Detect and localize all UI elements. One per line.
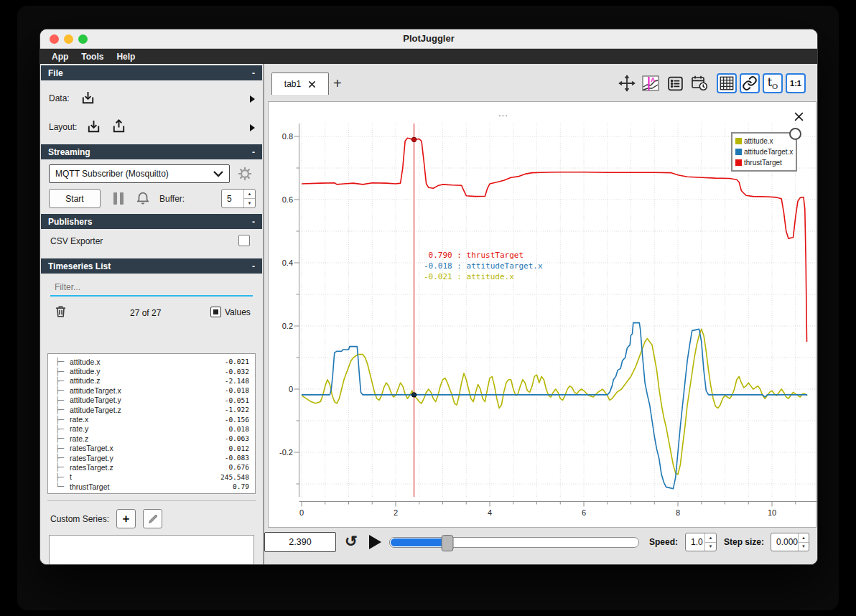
series-name[interactable]: thrustTarget	[70, 482, 233, 491]
legend-item[interactable]: attitude.x	[735, 136, 793, 146]
menu-help[interactable]: Help	[111, 50, 141, 63]
list-item[interactable]: ├─ratesTarget.y-0.083	[51, 453, 252, 462]
buffer-down-icon[interactable]: ▼	[244, 199, 255, 207]
streaming-section-header[interactable]: Streaming -	[41, 144, 262, 159]
file-collapse-button[interactable]: -	[252, 68, 255, 78]
values-checkbox[interactable]	[210, 307, 221, 317]
series-attitudeTarget.x	[302, 323, 807, 489]
list-item[interactable]: ├─t245.548	[51, 472, 252, 482]
series-name[interactable]: t	[70, 472, 220, 481]
list-item[interactable]: ├─rate.x-0.156	[51, 414, 252, 424]
list-item[interactable]: ├─ratesTarget.z0.676	[51, 462, 252, 472]
list-item[interactable]: ├─attitude.x-0.021	[51, 357, 252, 366]
layout-expand-arrow[interactable]	[250, 124, 255, 131]
pan-zoom-button[interactable]	[617, 73, 637, 93]
series-name[interactable]: ratesTarget.x	[70, 444, 228, 452]
grid-layout-button[interactable]	[717, 73, 737, 93]
close-icon	[794, 111, 804, 122]
streaming-settings-gear-icon[interactable]	[237, 166, 253, 182]
sidebar-divider	[47, 500, 256, 501]
publishers-section-header[interactable]: Publishers -	[41, 214, 262, 229]
tracker-readout-line: -0.018 : attitudeTarget.x	[424, 261, 543, 271]
add-custom-series-button[interactable]: +	[116, 509, 136, 528]
speed-up-icon[interactable]: ▲	[705, 533, 716, 543]
legend-handle[interactable]	[789, 128, 801, 140]
menu-app[interactable]: App	[46, 50, 74, 63]
buffer-spinbox[interactable]: 5 ▲▼	[221, 189, 256, 208]
slider-handle[interactable]	[441, 535, 453, 551]
current-time-value: 2.390	[289, 537, 311, 547]
notifications-bell-icon[interactable]	[135, 190, 151, 206]
list-item[interactable]: ├─attitudeTarget.z-1.922	[51, 405, 252, 414]
curve-list-button[interactable]	[665, 73, 685, 93]
step-size-label: Step size:	[724, 537, 764, 547]
timeline-slider[interactable]	[389, 537, 639, 548]
series-name[interactable]: rate.y	[70, 424, 228, 433]
list-item[interactable]: ├─attitude.z-2.148	[51, 376, 252, 386]
loop-icon[interactable]: ↺	[345, 533, 358, 550]
list-item[interactable]: ├─attitudeTarget.x-0.018	[51, 386, 252, 395]
series-name[interactable]: attitudeTarget.x	[70, 386, 225, 395]
filter-input[interactable]	[50, 279, 253, 297]
step-down-icon[interactable]: ▼	[799, 543, 809, 551]
series-name[interactable]: ratesTarget.y	[70, 454, 225, 462]
current-time-box[interactable]: 2.390	[264, 532, 336, 552]
plot-canvas[interactable]: 02468100.80.60.40.20-0.2	[272, 123, 818, 520]
tree-branch: ├─	[51, 406, 70, 414]
delete-series-trash-icon[interactable]	[53, 304, 68, 319]
svg-text:-0.2: -0.2	[279, 448, 293, 457]
step-size-spinbox[interactable]: 0.000 ▲▼	[771, 533, 809, 551]
values-toggle[interactable]: Values	[210, 307, 251, 317]
ratio-button[interactable]: 1:1	[786, 73, 806, 93]
tab-close-icon[interactable]	[308, 80, 316, 88]
start-button[interactable]: Start	[49, 189, 101, 208]
plot-title-dots[interactable]: ...	[498, 108, 508, 118]
menu-tools[interactable]: Tools	[75, 50, 109, 63]
custom-series-list[interactable]	[49, 535, 254, 565]
list-item[interactable]: ├─ratesTarget.x0.012	[51, 444, 252, 453]
tracker-style-button[interactable]: A	[641, 73, 661, 93]
legend-item[interactable]: thrustTarget	[735, 157, 793, 168]
series-name[interactable]: attitudeTarget.z	[70, 406, 225, 414]
series-name[interactable]: rate.x	[70, 415, 225, 424]
series-name[interactable]: attitudeTarget.y	[70, 396, 225, 404]
plot-close-button[interactable]	[791, 109, 806, 123]
series-name[interactable]: attitude.z	[70, 376, 225, 385]
series-name[interactable]: attitude.x	[70, 358, 225, 366]
save-layout-icon[interactable]	[111, 118, 127, 135]
link-ranges-button[interactable]	[740, 73, 760, 93]
new-tab-button[interactable]: +	[333, 75, 342, 92]
list-item[interactable]: ├─rate.y0.018	[51, 424, 252, 434]
time-offset-button[interactable]: tO	[763, 73, 783, 93]
data-expand-arrow[interactable]	[250, 95, 255, 103]
tab-tab1[interactable]: tab1	[271, 73, 329, 95]
speed-down-icon[interactable]: ▼	[705, 543, 716, 551]
csv-exporter-checkbox[interactable]	[238, 235, 250, 246]
legend-item[interactable]: attitudeTarget.x	[735, 146, 793, 157]
load-layout-icon[interactable]	[85, 118, 102, 135]
list-item[interactable]: ├─attitudeTarget.y-0.051	[51, 396, 252, 405]
timeseries-section-header[interactable]: Timeseries List -	[41, 258, 262, 274]
buffer-up-icon[interactable]: ▲	[244, 190, 255, 199]
series-name[interactable]: attitude.y	[70, 367, 225, 375]
list-icon	[666, 75, 684, 93]
list-item[interactable]: └─thrustTarget0.79	[51, 482, 252, 491]
publishers-collapse-button[interactable]: -	[252, 217, 255, 227]
custom-series-row: Custom Series: +	[50, 509, 162, 528]
load-data-icon[interactable]	[80, 90, 96, 106]
streaming-collapse-button[interactable]: -	[252, 147, 255, 157]
pause-icon[interactable]	[113, 192, 124, 205]
file-section-header[interactable]: File -	[41, 65, 262, 80]
plot-legend[interactable]: attitude.xattitudeTarget.xthrustTarget	[731, 132, 797, 172]
streaming-source-select[interactable]: MQTT Subscriber (Mosquitto)	[49, 164, 230, 183]
speed-spinbox[interactable]: 1.0 ▲▼	[685, 533, 717, 551]
edit-custom-series-button[interactable]	[143, 509, 162, 528]
play-icon[interactable]	[369, 535, 381, 549]
series-name[interactable]: ratesTarget.z	[70, 463, 228, 472]
step-up-icon[interactable]: ▲	[799, 533, 809, 543]
series-name[interactable]: rate.z	[70, 434, 225, 443]
list-item[interactable]: ├─rate.z-0.063	[51, 434, 252, 443]
timeseries-collapse-button[interactable]: -	[252, 261, 255, 271]
list-item[interactable]: ├─attitude.y-0.032	[51, 366, 252, 375]
datetime-button[interactable]	[689, 73, 710, 93]
